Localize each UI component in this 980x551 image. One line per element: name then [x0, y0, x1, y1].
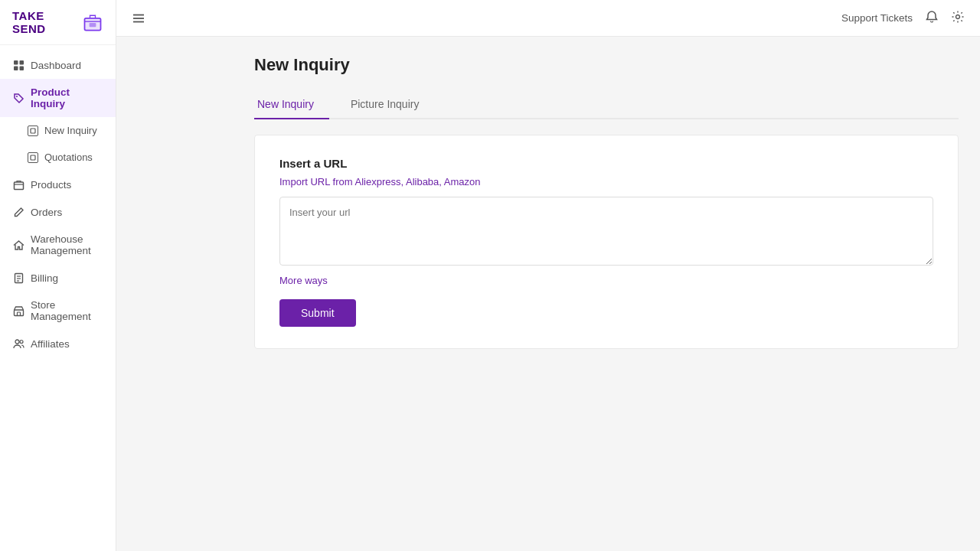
svg-point-7	[16, 96, 18, 97]
page-title: New Inquiry	[254, 55, 959, 75]
sidebar-item-label: Orders	[31, 207, 62, 218]
store-icon	[12, 305, 24, 317]
sidebar-item-new-inquiry[interactable]: New Inquiry	[0, 117, 116, 144]
bell-icon[interactable]	[925, 10, 939, 27]
sidebar-item-orders[interactable]: Orders	[0, 198, 116, 226]
svg-rect-9	[31, 155, 35, 160]
tabs: New Inquiry Picture Inquiry	[254, 90, 959, 119]
svg-rect-6	[19, 66, 24, 70]
header-right: Support Tickets	[841, 10, 965, 27]
sidebar-item-dashboard[interactable]: Dashboard	[0, 51, 116, 79]
sidebar-item-label: Store Management	[31, 299, 103, 322]
file-icon	[12, 272, 24, 284]
svg-point-17	[15, 340, 19, 344]
svg-rect-5	[14, 66, 18, 70]
logo-text: TAKE SEND	[12, 9, 77, 35]
section-title: Insert a URL	[279, 157, 933, 170]
logo-icon	[82, 11, 103, 33]
more-ways-link[interactable]: More ways	[279, 275, 328, 286]
sidebar-item-label: Billing	[31, 272, 58, 284]
sidebar-item-product-inquiry[interactable]: Product Inquiry	[0, 79, 116, 117]
tab-new-inquiry[interactable]: New Inquiry	[254, 90, 329, 119]
sidebar-item-label: Product Inquiry	[31, 86, 103, 109]
sidebar: TAKE SEND Dashboard Product Inquiry	[0, 0, 116, 551]
content-card: Insert a URL Import URL from Aliexpress,…	[254, 135, 959, 349]
sidebar-item-label: New Inquiry	[44, 125, 97, 136]
users-icon	[12, 337, 24, 350]
sidebar-item-affiliates[interactable]: Affiliates	[0, 330, 116, 357]
url-input[interactable]	[279, 197, 933, 266]
sidebar-item-quotations[interactable]: Quotations	[0, 144, 116, 171]
home-icon	[12, 239, 24, 251]
sidebar-item-store-management[interactable]: Store Management	[0, 292, 116, 330]
grid-icon	[12, 59, 24, 71]
sub-icon-new-inquiry	[28, 126, 38, 136]
sidebar-item-label: Dashboard	[31, 60, 81, 71]
sidebar-item-label: Warehouse Management	[31, 233, 103, 256]
svg-rect-8	[31, 129, 35, 133]
settings-icon[interactable]	[951, 10, 965, 27]
hamburger-icon[interactable]	[132, 11, 145, 25]
svg-rect-15	[14, 310, 23, 316]
sidebar-item-billing[interactable]: Billing	[0, 264, 116, 292]
sidebar-item-label: Affiliates	[31, 338, 70, 350]
logo-area: TAKE SEND	[0, 0, 116, 45]
sidebar-item-products[interactable]: Products	[0, 171, 116, 198]
main-content: New Inquiry New Inquiry Picture Inquiry …	[233, 37, 980, 551]
package-icon	[12, 178, 24, 191]
section-subtitle: Import URL from Aliexpress, Alibaba, Ama…	[279, 176, 933, 187]
pencil-icon	[12, 206, 24, 218]
tab-picture-inquiry[interactable]: Picture Inquiry	[348, 90, 434, 119]
svg-rect-10	[14, 182, 23, 190]
header: Support Tickets	[116, 0, 980, 37]
svg-point-18	[20, 340, 23, 343]
sidebar-item-label: Quotations	[44, 152, 93, 163]
tag-icon	[12, 92, 24, 104]
sidebar-item-label: Products	[31, 179, 71, 191]
support-tickets-link[interactable]: Support Tickets	[841, 12, 913, 24]
submit-button[interactable]: Submit	[279, 299, 356, 327]
header-left	[132, 11, 145, 25]
svg-rect-4	[19, 60, 24, 65]
sub-icon-quotations	[28, 152, 38, 163]
svg-point-22	[956, 15, 960, 18]
sidebar-item-warehouse[interactable]: Warehouse Management	[0, 226, 116, 264]
sidebar-nav: Dashboard Product Inquiry New Inquiry Qu…	[0, 45, 116, 551]
svg-rect-2	[90, 23, 96, 27]
svg-rect-3	[14, 60, 18, 65]
